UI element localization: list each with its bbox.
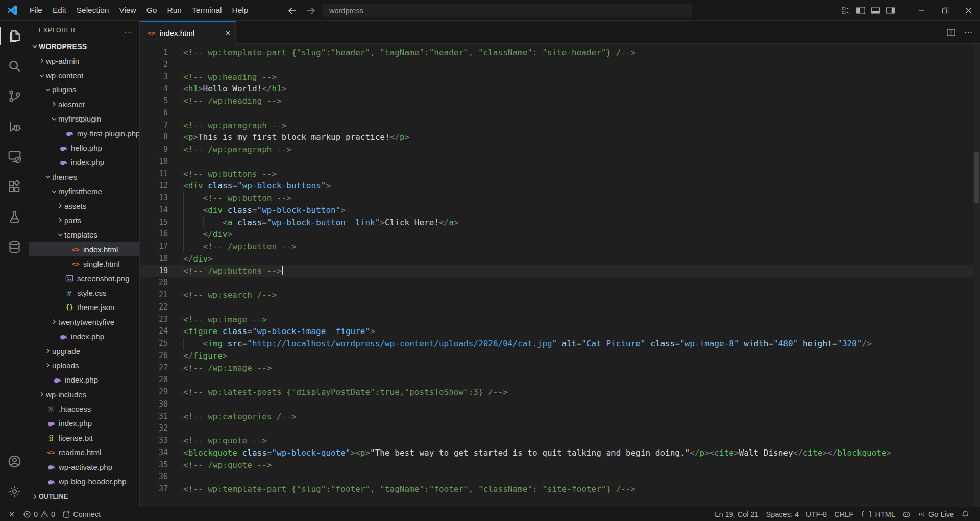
code-line-11[interactable]: 11<!-- wp:buttons -->	[140, 168, 980, 180]
explorer-more-actions-icon[interactable]: ...	[124, 26, 132, 35]
eol-sequence[interactable]: CRLF	[830, 510, 857, 518]
code-editor[interactable]: 1<!-- wp:template-part {"slug":"header",…	[140, 44, 980, 507]
tree-folder-templates[interactable]: templates	[29, 228, 139, 242]
menu-go[interactable]: Go	[141, 3, 162, 17]
tree-file--htaccess[interactable]: .htaccess	[29, 401, 139, 416]
tree-file-theme-json[interactable]: {}theme.json	[29, 300, 139, 315]
tree-file-index-html[interactable]: <>index.html	[29, 242, 139, 256]
indentation[interactable]: Spaces: 4	[763, 510, 803, 518]
code-line-12[interactable]: 12<div class="wp-block-buttons">	[140, 180, 980, 192]
code-line-35[interactable]: 35<!-- /wp:quote -->	[140, 459, 980, 471]
toggle-primary-sidebar-icon[interactable]	[856, 6, 866, 15]
menu-run[interactable]: Run	[162, 3, 186, 17]
toggle-panel-icon[interactable]	[871, 6, 880, 15]
settings-icon[interactable]	[0, 477, 29, 507]
remote-explorer-icon[interactable]	[0, 141, 29, 172]
encoding[interactable]: UTF-8	[802, 510, 830, 518]
code-line-17[interactable]: 17 <!-- /wp:button -->	[140, 241, 980, 253]
database-icon[interactable]	[0, 232, 29, 262]
tree-folder-uploads[interactable]: uploads	[29, 358, 139, 372]
remote-indicator[interactable]	[4, 507, 19, 521]
window-restore-button[interactable]	[933, 0, 957, 21]
code-line-8[interactable]: 8<p>This is my first block markup practi…	[140, 131, 980, 144]
code-line-15[interactable]: 15 <a class="wp-block-button__link">Clic…	[140, 217, 980, 229]
code-line-18[interactable]: 18</div>	[140, 253, 980, 265]
tree-file-wp-blog-header-php[interactable]: wp-blog-header.php	[29, 474, 139, 488]
toggle-secondary-sidebar-icon[interactable]	[886, 6, 895, 15]
tree-folder-twentytwentyfive[interactable]: twentytwentyfive	[29, 315, 139, 329]
tree-folder-upgrade[interactable]: upgrade	[29, 344, 139, 358]
tree-file-index-php[interactable]: index.php	[29, 373, 139, 387]
code-line-4[interactable]: 4<h1>Hello World!</h1>	[140, 83, 980, 95]
explorer-icon[interactable]	[0, 21, 29, 51]
menu-view[interactable]: View	[114, 3, 141, 17]
code-line-6[interactable]: 6	[140, 107, 980, 120]
copilot-status[interactable]	[899, 510, 914, 518]
cursor-position[interactable]: Ln 19, Col 21	[711, 510, 762, 518]
tree-file-readme-html[interactable]: <>readme.html	[29, 445, 139, 460]
testing-icon[interactable]	[0, 202, 29, 232]
tree-folder-wp-content[interactable]: wp-content	[29, 68, 139, 82]
tree-folder-wp-includes[interactable]: wp-includes	[29, 387, 139, 401]
tree-file-hello-php[interactable]: hello.php	[29, 140, 139, 155]
tree-file-single-html[interactable]: <>single.html	[29, 256, 139, 271]
code-line-34[interactable]: 34<blockquote class="wp-block-quote"><p>…	[140, 447, 980, 459]
menu-file[interactable]: File	[24, 3, 47, 17]
tree-file-index-php[interactable]: index.php	[29, 155, 139, 170]
menu-edit[interactable]: Edit	[47, 3, 71, 17]
code-line-10[interactable]: 10	[140, 156, 980, 168]
code-line-2[interactable]: 2	[140, 59, 980, 71]
window-minimize-button[interactable]	[910, 0, 933, 21]
tree-file-index-php[interactable]: index.php	[29, 416, 139, 431]
menu-help[interactable]: Help	[227, 3, 254, 17]
tree-file-style-css[interactable]: #style.css	[29, 286, 139, 300]
split-editor-icon[interactable]	[946, 28, 956, 37]
language-mode[interactable]: { } HTML	[857, 510, 899, 518]
code-line-23[interactable]: 23<!-- wp:image -->	[140, 314, 980, 326]
tree-folder-themes[interactable]: themes	[29, 170, 139, 184]
tree-file-wp-activate-php[interactable]: wp-activate.php	[29, 460, 139, 474]
source-control-icon[interactable]	[0, 81, 29, 111]
code-line-9[interactable]: 9<!-- /wp:paragraph -->	[140, 144, 980, 156]
tree-folder-assets[interactable]: assets	[29, 199, 139, 213]
scrollbar-thumb[interactable]	[974, 152, 979, 203]
code-line-37[interactable]: 37<!-- wp:template-part {"slug":"footer"…	[140, 483, 980, 495]
tree-folder-parts[interactable]: parts	[29, 213, 139, 227]
code-line-30[interactable]: 30	[140, 398, 980, 411]
problems-indicator[interactable]: 0 0	[19, 507, 59, 521]
menu-selection[interactable]: Selection	[71, 3, 114, 17]
customize-layout-icon[interactable]	[841, 6, 851, 15]
code-line-20[interactable]: 20	[140, 277, 980, 289]
tree-file-my-first-plugin-php[interactable]: my-first-plugin.php	[29, 126, 139, 140]
tab-index-html[interactable]: <> index.html ×	[140, 21, 236, 44]
code-line-24[interactable]: 24<figure class="wp-block-image__figure"…	[140, 325, 980, 338]
tree-folder-myfirstplugin[interactable]: myfirstplugin	[29, 112, 139, 126]
nav-back-icon[interactable]	[287, 6, 298, 16]
code-line-27[interactable]: 27<!-- /wp:image -->	[140, 362, 980, 374]
command-center-search[interactable]: wordpress	[323, 4, 692, 17]
code-line-5[interactable]: 5<!-- /wp:heading -->	[140, 95, 980, 107]
code-line-13[interactable]: 13 <!-- wp:button -->	[140, 192, 980, 204]
notifications[interactable]	[958, 510, 973, 518]
menu-terminal[interactable]: Terminal	[187, 3, 227, 17]
nav-forward-icon[interactable]	[306, 6, 316, 16]
tree-folder-myfirsttheme[interactable]: myfirsttheme	[29, 184, 139, 199]
tree-file-screenshot-png[interactable]: screenshot.png	[29, 271, 139, 286]
tree-folder-plugins[interactable]: plugins	[29, 83, 139, 97]
code-line-14[interactable]: 14 <div class="wp-block-button">	[140, 204, 980, 217]
code-line-33[interactable]: 33<!-- wp:quote -->	[140, 435, 980, 447]
tree-root-wordpress[interactable]: WORDPRESS	[29, 39, 139, 54]
code-line-32[interactable]: 32	[140, 422, 980, 435]
editor-scrollbar[interactable]	[973, 44, 980, 507]
editor-more-actions-icon[interactable]: ⋯	[964, 28, 973, 37]
tree-file-license-txt[interactable]: license.txt	[29, 431, 139, 445]
tree-file-index-php[interactable]: index.php	[29, 329, 139, 343]
code-line-28[interactable]: 28	[140, 374, 980, 386]
tree-folder-wp-admin[interactable]: wp-admin	[29, 54, 139, 68]
code-line-3[interactable]: 3<!-- wp:heading -->	[140, 71, 980, 83]
code-line-1[interactable]: 1<!-- wp:template-part {"slug":"header",…	[140, 46, 980, 59]
code-line-36[interactable]: 36	[140, 471, 980, 483]
code-line-16[interactable]: 16 </div>	[140, 228, 980, 241]
account-icon[interactable]	[0, 446, 29, 477]
code-line-25[interactable]: 25 <img src="http://localhost/wordpress/…	[140, 338, 980, 350]
